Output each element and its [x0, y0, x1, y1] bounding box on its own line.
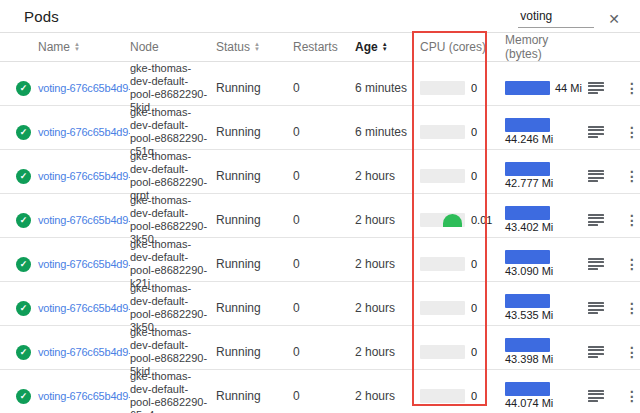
age-cell: 2 hours [355, 213, 420, 227]
cpu-value: 0 [471, 170, 477, 182]
row-menu-icon[interactable]: ⋮ [621, 168, 640, 184]
logs-icon[interactable] [588, 346, 604, 359]
status-ok-icon: ✓ [16, 257, 31, 272]
restarts-cell: 0 [293, 169, 355, 183]
table-row: ✓ voting-676c65b4d9-srl gke-thomas-dev-d… [0, 238, 640, 282]
memory-cell: 44 Mi [505, 81, 588, 96]
pod-name-link[interactable]: voting-676c65b4d9-tpr [38, 126, 130, 138]
age-cell: 2 hours [355, 257, 420, 271]
row-menu-icon[interactable]: ⋮ [621, 344, 640, 360]
cpu-usage-bar [420, 345, 465, 359]
memory-value: 43.398 Mi [505, 353, 553, 365]
cpu-cell: 0 [420, 81, 505, 95]
cpu-value: 0.01 [471, 214, 492, 226]
restarts-cell: 0 [293, 81, 355, 95]
column-header-name[interactable]: Name ▲▼ [38, 40, 130, 54]
cpu-cell: 0 [420, 125, 505, 139]
cpu-usage-bar [420, 81, 465, 95]
cpu-cell: 0 [420, 301, 505, 315]
status-cell: Running [216, 125, 293, 139]
memory-usage-bar [505, 206, 550, 220]
column-header-memory[interactable]: Memory (bytes) [505, 33, 588, 61]
memory-cell: 43.535 Mi [505, 293, 588, 323]
memory-value: 44.074 Mi [505, 397, 553, 409]
status-cell: Running [216, 257, 293, 271]
memory-cell: 44.074 Mi [505, 381, 588, 411]
memory-usage-bar [505, 250, 550, 264]
pod-name-link[interactable]: voting-676c65b4d9-nv [38, 214, 130, 226]
table-row: ✓ voting-676c65b4d9-tj6 gke-thomas-dev-d… [0, 282, 640, 326]
sort-icon: ▲▼ [382, 42, 388, 52]
row-menu-icon[interactable]: ⋮ [621, 212, 640, 228]
status-ok-icon: ✓ [16, 125, 31, 140]
restarts-cell: 0 [293, 257, 355, 271]
cpu-sparkline [443, 214, 462, 227]
cpu-value: 0 [471, 346, 477, 358]
pod-name-link[interactable]: voting-676c65b4d9-tpj [38, 346, 130, 358]
cpu-usage-bar [420, 389, 465, 403]
cpu-cell: 0 [420, 257, 505, 271]
column-header-status[interactable]: Status ▲▼ [216, 40, 293, 54]
column-header-age[interactable]: Age ▲▼ [355, 40, 420, 54]
age-cell: 2 hours [355, 389, 420, 403]
table-row: ✓ voting-676c65b4d9-8fl gke-thomas-dev-d… [0, 370, 640, 413]
memory-value: 42.777 Mi [505, 177, 553, 189]
cpu-value: 0 [471, 126, 477, 138]
memory-usage-bar [505, 81, 550, 95]
logs-icon[interactable] [588, 82, 604, 95]
memory-value: 44.246 Mi [505, 133, 553, 145]
logs-icon[interactable] [588, 302, 604, 315]
status-ok-icon: ✓ [16, 213, 31, 228]
pod-name-link[interactable]: voting-676c65b4d9-8fl [38, 390, 130, 402]
row-menu-icon[interactable]: ⋮ [621, 80, 640, 96]
cpu-usage-bar [420, 125, 465, 139]
status-ok-icon: ✓ [16, 301, 31, 316]
search-input[interactable]: voting [518, 9, 594, 28]
cpu-value: 0 [471, 302, 477, 314]
status-cell: Running [216, 301, 293, 315]
pod-name-link[interactable]: voting-676c65b4d9-srl [38, 258, 130, 270]
table-header: Name ▲▼ Node Status ▲▼ Restarts Age ▲▼ C… [0, 32, 640, 62]
memory-value: 43.402 Mi [505, 221, 553, 233]
page-title: Pods [24, 8, 59, 25]
memory-cell: 43.402 Mi [505, 205, 588, 235]
column-header-cpu[interactable]: CPU (cores) [420, 40, 505, 54]
cpu-cell: 0.01 [420, 213, 505, 227]
cpu-value: 0 [471, 82, 477, 94]
memory-cell: 43.090 Mi [505, 249, 588, 279]
memory-value: 43.535 Mi [505, 309, 553, 321]
status-cell: Running [216, 169, 293, 183]
memory-usage-bar [505, 162, 550, 176]
row-menu-icon[interactable]: ⋮ [621, 300, 640, 316]
memory-cell: 43.398 Mi [505, 337, 588, 367]
logs-icon[interactable] [588, 126, 604, 139]
table-row: ✓ voting-676c65b4d9-xs- gke-thomas-dev-d… [0, 62, 640, 106]
pod-name-link[interactable]: voting-676c65b4d9-xs- [38, 82, 130, 94]
memory-usage-bar [505, 118, 550, 132]
logs-icon[interactable] [588, 258, 604, 271]
logs-icon[interactable] [588, 390, 604, 403]
sort-icon: ▲▼ [74, 42, 80, 52]
memory-usage-bar [505, 338, 550, 352]
node-cell: gke-thomas-dev-default-pool-e8682290-65g… [130, 370, 216, 413]
logs-icon[interactable] [588, 170, 604, 183]
memory-cell: 44.246 Mi [505, 117, 588, 147]
cpu-cell: 0 [420, 389, 505, 403]
cpu-usage-bar [420, 257, 465, 271]
restarts-cell: 0 [293, 301, 355, 315]
logs-icon[interactable] [588, 214, 604, 227]
cpu-cell: 0 [420, 169, 505, 183]
status-cell: Running [216, 389, 293, 403]
row-menu-icon[interactable]: ⋮ [621, 388, 640, 404]
column-header-node[interactable]: Node [130, 40, 216, 54]
pod-name-link[interactable]: voting-676c65b4d9-72 [38, 170, 130, 182]
restarts-cell: 0 [293, 213, 355, 227]
row-menu-icon[interactable]: ⋮ [621, 124, 640, 140]
row-menu-icon[interactable]: ⋮ [621, 256, 640, 272]
age-cell: 6 minutes [355, 125, 420, 139]
clear-search-icon[interactable]: ✕ [608, 12, 620, 26]
table-row: ✓ voting-676c65b4d9-nv gke-thomas-dev-de… [0, 194, 640, 238]
column-header-restarts[interactable]: Restarts [293, 40, 355, 54]
pod-name-link[interactable]: voting-676c65b4d9-tj6 [38, 302, 130, 314]
cpu-usage-bar [420, 213, 465, 227]
